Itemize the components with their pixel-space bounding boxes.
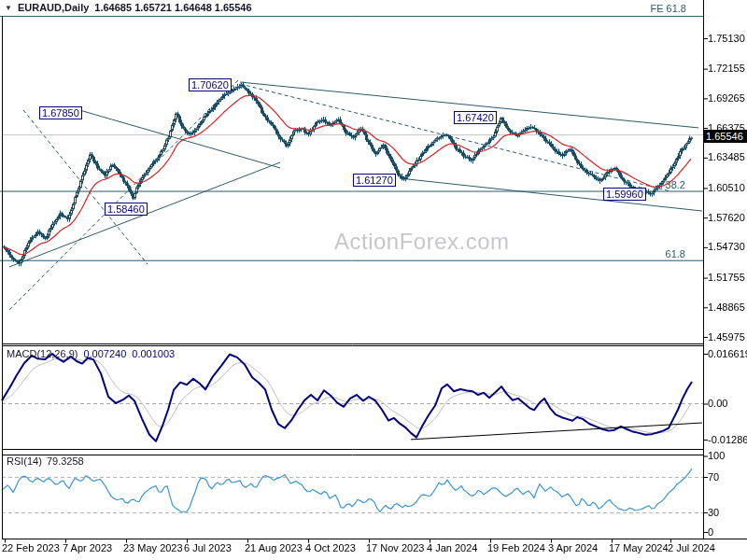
date-label: 2 Jul 2024 (668, 542, 715, 553)
symbol-title: EURAUD,Daily (18, 2, 89, 13)
y-axis-label: 1.54730 (708, 241, 745, 253)
y-axis-label: 1.66375 (708, 122, 745, 134)
chart-canvas[interactable] (0, 0, 747, 560)
rsi-name: RSI(14) (7, 455, 42, 467)
y-axis-label: 1.48865 (708, 301, 745, 314)
y-axis-label: 1.45975 (708, 331, 745, 343)
price-flag[interactable]: 1.58460 (105, 203, 148, 216)
rsi-axis-label: 0 (708, 526, 713, 539)
price-flag[interactable]: 1.61270 (353, 174, 396, 187)
price-flag[interactable]: 1.67850 (39, 106, 82, 119)
fib-retracement-382-label[interactable]: 38.2 (666, 179, 685, 190)
y-axis-label: 1.63485 (708, 151, 745, 163)
chart-title-bar: ▼EURAUD,Daily1.64685 1.65721 1.64648 1.6… (5, 2, 252, 13)
macd-axis-label: 0.00 (708, 398, 727, 410)
rsi-value: 79.3258 (47, 455, 84, 467)
fib-retracement-618-label[interactable]: 61.8 (666, 248, 685, 259)
y-axis-label: 1.72155 (708, 63, 745, 75)
macd-indicator-label: MACD(12,26,9)0.0072400.001003 (7, 348, 175, 359)
date-label: 6 Jul 2023 (184, 542, 232, 553)
ohlc-close: 1.65546 (215, 2, 252, 13)
price-flag[interactable]: 1.67420 (454, 111, 497, 124)
date-label: 7 Apr 2023 (63, 542, 112, 553)
ohlc-low: 1.64648 (175, 2, 212, 13)
y-axis-label: 1.57620 (708, 212, 745, 224)
macd-value-main: 0.007240 (83, 348, 126, 359)
fib-expansion-label[interactable]: FE 61.8 (650, 3, 686, 14)
date-label: 21 Aug 2023 (245, 542, 303, 553)
watermark: ActionForex.com (334, 229, 510, 255)
y-axis-label: 1.60510 (708, 182, 745, 194)
rsi-indicator-label: RSI(14)79.3258 (7, 455, 84, 467)
date-label: 19 Feb 2024 (487, 542, 545, 553)
date-label: 3 Apr 2024 (548, 542, 598, 553)
rsi-axis-label: 30 (708, 507, 719, 519)
date-label: 4 Jan 2024 (427, 542, 477, 553)
y-axis-label: 1.69265 (708, 92, 745, 105)
y-axis-label: 1.75130 (708, 33, 745, 45)
date-label: 23 May 2023 (123, 542, 183, 553)
y-axis-label: 1.51755 (708, 272, 745, 284)
chart-window: ▼EURAUD,Daily1.64685 1.65721 1.64648 1.6… (0, 0, 747, 560)
chart-collapse-icon[interactable]: ▼ (5, 4, 12, 12)
date-label: 17 Nov 2023 (366, 542, 424, 553)
macd-axis-label: -0.012864 (708, 434, 747, 446)
macd-axis-label: 0.016619 (708, 348, 747, 360)
macd-value-signal: 0.001003 (132, 348, 175, 359)
date-label: 4 Oct 2023 (305, 542, 356, 553)
macd-name: MACD(12,26,9) (7, 348, 78, 359)
ohlc-open: 1.64685 (94, 2, 132, 13)
price-flag[interactable]: 1.59960 (603, 188, 646, 201)
rsi-axis-label: 70 (708, 471, 719, 483)
rsi-axis-label: 100 (708, 450, 725, 462)
date-label: 17 May 2024 (609, 542, 669, 553)
date-label: 22 Feb 2023 (2, 542, 60, 553)
ohlc-high: 1.65721 (134, 2, 172, 13)
price-flag[interactable]: 1.70620 (189, 78, 232, 91)
